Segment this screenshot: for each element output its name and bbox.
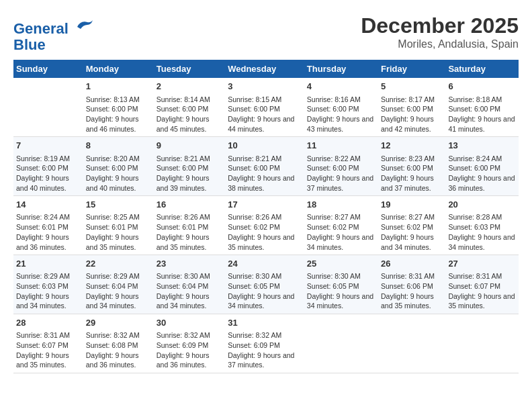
logo-blue: Blue [13,36,46,53]
calendar-day-cell: 21Sunrise: 8:29 AMSunset: 6:03 PMDayligh… [13,255,83,314]
calendar-day-cell: 27Sunrise: 8:31 AMSunset: 6:07 PMDayligh… [445,255,519,314]
day-number: 9 [157,140,222,152]
calendar-day-cell: 13Sunrise: 8:24 AMSunset: 6:00 PMDayligh… [445,137,519,196]
day-info: Sunrise: 8:27 AMSunset: 6:02 PMDaylight:… [381,212,443,252]
day-info: Sunrise: 8:16 AMSunset: 6:00 PMDaylight:… [307,95,375,134]
calendar-day-cell: 8Sunrise: 8:20 AMSunset: 6:00 PMDaylight… [83,137,154,196]
day-info: Sunrise: 8:14 AMSunset: 6:00 PMDaylight:… [157,95,222,134]
day-info: Sunrise: 8:31 AMSunset: 6:07 PMDaylight:… [448,271,516,311]
day-number: 30 [157,317,222,329]
logo: General Blue [13,13,94,53]
calendar-day-cell: 23Sunrise: 8:30 AMSunset: 6:04 PMDayligh… [154,255,225,314]
day-info: Sunrise: 8:29 AMSunset: 6:04 PMDaylight:… [86,271,151,311]
day-number: 22 [86,258,151,270]
calendar-day-cell: 15Sunrise: 8:25 AMSunset: 6:01 PMDayligh… [83,196,154,255]
day-info: Sunrise: 8:30 AMSunset: 6:05 PMDaylight:… [307,271,375,311]
day-info: Sunrise: 8:31 AMSunset: 6:06 PMDaylight:… [381,271,443,311]
calendar-day-cell: 7Sunrise: 8:19 AMSunset: 6:00 PMDaylight… [13,137,83,196]
day-number: 27 [448,258,516,270]
day-number: 13 [448,140,516,152]
weekday-header-sunday: Sunday [13,60,83,78]
day-info: Sunrise: 8:32 AMSunset: 6:08 PMDaylight:… [86,330,151,370]
weekday-header-saturday: Saturday [445,60,519,78]
day-number: 31 [228,317,302,329]
day-number: 4 [307,81,375,93]
calendar-week-row: 1Sunrise: 8:13 AMSunset: 6:00 PMDaylight… [13,78,519,136]
day-number: 11 [307,140,375,152]
calendar-day-cell: 24Sunrise: 8:30 AMSunset: 6:05 PMDayligh… [225,255,304,314]
weekday-header-row: SundayMondayTuesdayWednesdayThursdayFrid… [13,60,519,78]
calendar-day-cell: 2Sunrise: 8:14 AMSunset: 6:00 PMDaylight… [154,78,225,136]
location-title: Moriles, Andalusia, Spain [361,38,519,50]
calendar-day-cell: 22Sunrise: 8:29 AMSunset: 6:04 PMDayligh… [83,255,154,314]
day-info: Sunrise: 8:28 AMSunset: 6:03 PMDaylight:… [448,212,516,252]
calendar-week-row: 28Sunrise: 8:31 AMSunset: 6:07 PMDayligh… [13,314,519,373]
day-info: Sunrise: 8:24 AMSunset: 6:00 PMDaylight:… [448,154,516,193]
calendar-day-cell: 1Sunrise: 8:13 AMSunset: 6:00 PMDaylight… [83,78,154,136]
calendar-day-cell: 14Sunrise: 8:24 AMSunset: 6:01 PMDayligh… [13,196,83,255]
day-info: Sunrise: 8:30 AMSunset: 6:05 PMDaylight:… [228,271,302,311]
day-info: Sunrise: 8:26 AMSunset: 6:01 PMDaylight:… [157,212,222,252]
day-number: 20 [448,199,516,211]
day-number: 16 [157,199,222,211]
calendar-day-cell: 6Sunrise: 8:18 AMSunset: 6:00 PMDaylight… [445,78,519,136]
calendar-day-cell: 11Sunrise: 8:22 AMSunset: 6:00 PMDayligh… [304,137,378,196]
day-number: 5 [381,81,443,93]
day-info: Sunrise: 8:23 AMSunset: 6:00 PMDaylight:… [381,154,443,193]
day-info: Sunrise: 8:32 AMSunset: 6:09 PMDaylight:… [157,330,222,370]
day-info: Sunrise: 8:22 AMSunset: 6:00 PMDaylight:… [307,154,375,193]
calendar-day-cell: 19Sunrise: 8:27 AMSunset: 6:02 PMDayligh… [378,196,445,255]
day-number: 21 [16,258,81,270]
day-number: 7 [16,140,81,152]
day-info: Sunrise: 8:19 AMSunset: 6:00 PMDaylight:… [16,154,81,193]
day-number: 17 [228,199,302,211]
calendar-day-cell [445,314,519,373]
day-info: Sunrise: 8:24 AMSunset: 6:01 PMDaylight:… [16,212,81,252]
calendar-day-cell: 31Sunrise: 8:32 AMSunset: 6:09 PMDayligh… [225,314,304,373]
calendar-day-cell: 30Sunrise: 8:32 AMSunset: 6:09 PMDayligh… [154,314,225,373]
calendar-week-row: 21Sunrise: 8:29 AMSunset: 6:03 PMDayligh… [13,255,519,314]
weekday-header-friday: Friday [378,60,445,78]
weekday-header-monday: Monday [83,60,154,78]
day-number: 25 [307,258,375,270]
calendar-day-cell: 9Sunrise: 8:21 AMSunset: 6:00 PMDaylight… [154,137,225,196]
day-number: 26 [381,258,443,270]
calendar-day-cell: 16Sunrise: 8:26 AMSunset: 6:01 PMDayligh… [154,196,225,255]
calendar-day-cell: 20Sunrise: 8:28 AMSunset: 6:03 PMDayligh… [445,196,519,255]
weekday-header-wednesday: Wednesday [225,60,304,78]
day-info: Sunrise: 8:17 AMSunset: 6:00 PMDaylight:… [381,95,443,134]
month-title: December 2025 [361,13,519,38]
day-info: Sunrise: 8:21 AMSunset: 6:00 PMDaylight:… [228,154,302,193]
calendar-day-cell: 17Sunrise: 8:26 AMSunset: 6:02 PMDayligh… [225,196,304,255]
day-number: 29 [86,317,151,329]
calendar-day-cell: 26Sunrise: 8:31 AMSunset: 6:06 PMDayligh… [378,255,445,314]
day-info: Sunrise: 8:13 AMSunset: 6:00 PMDaylight:… [86,95,151,134]
day-number: 1 [86,81,151,93]
day-info: Sunrise: 8:18 AMSunset: 6:00 PMDaylight:… [448,95,516,134]
calendar-day-cell [304,314,378,373]
day-info: Sunrise: 8:30 AMSunset: 6:04 PMDaylight:… [157,271,222,311]
day-info: Sunrise: 8:32 AMSunset: 6:09 PMDaylight:… [228,330,302,370]
weekday-header-thursday: Thursday [304,60,378,78]
calendar-day-cell: 18Sunrise: 8:27 AMSunset: 6:02 PMDayligh… [304,196,378,255]
day-number: 2 [157,81,222,93]
day-number: 18 [307,199,375,211]
day-number: 8 [86,140,151,152]
day-info: Sunrise: 8:31 AMSunset: 6:07 PMDaylight:… [16,330,81,370]
calendar-day-cell: 29Sunrise: 8:32 AMSunset: 6:08 PMDayligh… [83,314,154,373]
calendar-day-cell [13,78,83,136]
header: General Blue December 2025 Moriles, Anda… [13,13,519,53]
day-info: Sunrise: 8:26 AMSunset: 6:02 PMDaylight:… [228,212,302,252]
day-info: Sunrise: 8:20 AMSunset: 6:00 PMDaylight:… [86,154,151,193]
day-info: Sunrise: 8:25 AMSunset: 6:01 PMDaylight:… [86,212,151,252]
day-info: Sunrise: 8:15 AMSunset: 6:00 PMDaylight:… [228,95,302,134]
calendar-day-cell: 10Sunrise: 8:21 AMSunset: 6:00 PMDayligh… [225,137,304,196]
day-info: Sunrise: 8:29 AMSunset: 6:03 PMDaylight:… [16,271,81,311]
calendar-week-row: 7Sunrise: 8:19 AMSunset: 6:00 PMDaylight… [13,137,519,196]
day-number: 10 [228,140,302,152]
day-number: 24 [228,258,302,270]
day-info: Sunrise: 8:27 AMSunset: 6:02 PMDaylight:… [307,212,375,252]
calendar-day-cell: 28Sunrise: 8:31 AMSunset: 6:07 PMDayligh… [13,314,83,373]
calendar-day-cell [378,314,445,373]
day-number: 19 [381,199,443,211]
